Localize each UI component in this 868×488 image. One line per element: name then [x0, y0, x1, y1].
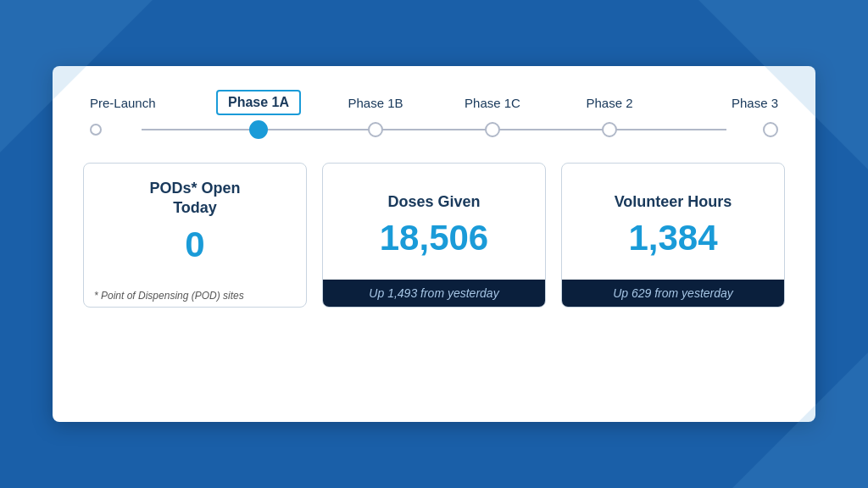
timeline-section: Pre-Launch Phase 1A Phase 1B Phase 1C Ph…	[83, 90, 785, 139]
phase-label-1b: Phase 1B	[317, 96, 434, 110]
volunteer-title: Volunteer Hours	[615, 192, 732, 212]
bg-decoration-tr	[698, 0, 868, 169]
dot-1a-circle	[249, 120, 268, 139]
bg-decoration-br	[732, 352, 868, 488]
stat-card-volunteer-top: Volunteer Hours 1,384	[562, 164, 784, 280]
phase-label-row: Pre-Launch Phase 1A Phase 1B Phase 1C Ph…	[83, 90, 785, 115]
stats-row: PODs* OpenToday 0 * Point of Dispensing …	[83, 163, 785, 308]
dot-1b	[317, 122, 434, 137]
volunteer-change: Up 629 from yesterday	[613, 286, 733, 300]
stat-card-doses-top: Doses Given 18,506	[323, 164, 545, 280]
phase-1a-box: Phase 1A	[216, 90, 301, 115]
dot-2	[551, 122, 668, 137]
volunteer-value: 1,384	[628, 219, 717, 258]
phase-dot-row	[83, 120, 785, 139]
doses-change: Up 1,493 from yesterday	[369, 286, 498, 300]
dot-1c-circle	[485, 122, 500, 137]
dot-2-circle	[602, 122, 617, 137]
doses-bottom: Up 1,493 from yesterday	[323, 280, 545, 307]
dot-pre-launch-circle	[90, 124, 102, 136]
dot-1c	[434, 122, 551, 137]
stat-card-pods: PODs* OpenToday 0 * Point of Dispensing …	[83, 163, 307, 308]
stat-card-doses: Doses Given 18,506 Up 1,493 from yesterd…	[322, 163, 546, 308]
stat-card-pods-top: PODs* OpenToday 0	[84, 164, 306, 273]
pods-value: 0	[185, 225, 204, 264]
phase-label-1a: Phase 1A	[200, 90, 317, 115]
dot-1a	[200, 120, 317, 139]
doses-title: Doses Given	[387, 192, 480, 212]
pods-title: PODs* OpenToday	[149, 179, 240, 219]
pods-footnote-area: * Point of Dispensing (POD) sites	[84, 273, 306, 307]
dot-3-circle	[763, 122, 778, 137]
dot-pre-launch	[83, 124, 200, 136]
stat-card-volunteer: Volunteer Hours 1,384 Up 629 from yester…	[561, 163, 785, 308]
pods-footnote: * Point of Dispensing (POD) sites	[94, 290, 296, 302]
phase-label-1c: Phase 1C	[434, 96, 551, 110]
dot-3	[668, 122, 785, 137]
dot-1b-circle	[368, 122, 383, 137]
volunteer-bottom: Up 629 from yesterday	[562, 280, 784, 307]
phase-label-2: Phase 2	[551, 96, 668, 110]
doses-value: 18,506	[380, 219, 488, 258]
